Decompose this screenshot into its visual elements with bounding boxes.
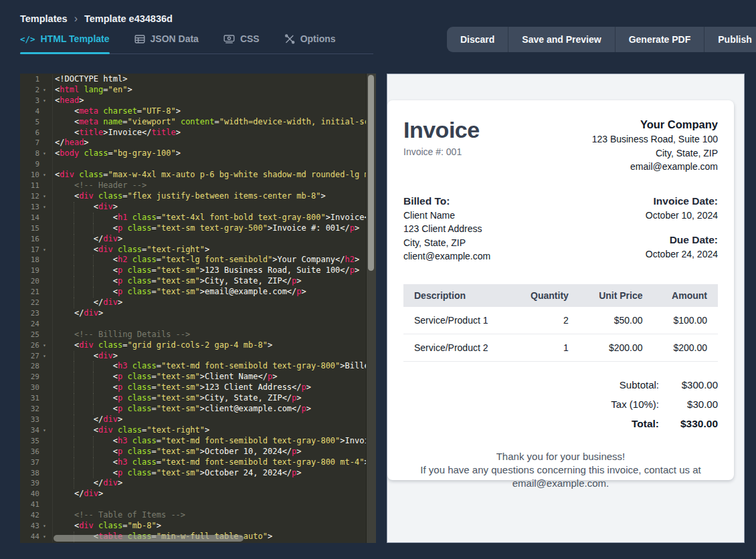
discard-button[interactable]: Discard [447, 27, 508, 52]
fold-arrow-icon[interactable]: ▾ [39, 521, 50, 532]
code-line[interactable]: 30 <p class="text-sm">123 Client Address… [20, 382, 367, 393]
code-line[interactable]: 20 <p class="text-sm">City, State, ZIP</… [20, 276, 367, 287]
due-date-value: October 24, 2024 [646, 247, 718, 261]
code-line[interactable]: 6 <title>Invoice</title> [20, 128, 367, 138]
fold-arrow-icon[interactable]: ▾ [39, 532, 50, 542]
code-line[interactable]: 2▾<html lang="en"> [20, 85, 367, 96]
code-line[interactable]: 16 </div> [20, 234, 367, 245]
code-line[interactable]: 11 <!-- Header --> [20, 181, 367, 191]
tab-options[interactable]: Options [284, 31, 336, 53]
fold-arrow-icon[interactable]: ▾ [39, 351, 50, 362]
fold-arrow-icon[interactable]: ▾ [39, 191, 50, 202]
line-number: 43 [20, 521, 39, 532]
due-date-label: Due Date: [646, 233, 718, 247]
code-line[interactable]: 4 <meta charset="UTF-8"> [20, 106, 367, 117]
code-text: <div class="flex justify-between items-c… [53, 191, 367, 202]
code-line[interactable]: 9 [20, 159, 367, 170]
fold-arrow-icon[interactable]: ▾ [39, 96, 50, 106]
code-line[interactable]: 8▾<body class="bg-gray-100"> [20, 148, 367, 159]
code-line[interactable]: 23 </div> [20, 308, 367, 319]
table-header-cell: Amount [653, 284, 718, 307]
code-line[interactable]: 22 </div> [20, 298, 367, 308]
save-and-preview-button[interactable]: Save and Preview [508, 27, 614, 52]
code-line[interactable]: 42 <!-- Table of Items --> [20, 510, 367, 521]
code-line[interactable]: 10▾<div class="max-w-4xl mx-auto p-6 bg-… [20, 170, 367, 181]
code-line[interactable]: 43▾ <div class="mb-8"> [20, 521, 367, 532]
item-unit-price: $200.00 [579, 334, 654, 361]
code-line[interactable]: 18 <h2 class="text-lg font-semibold">You… [20, 255, 367, 265]
fold-arrow-icon[interactable]: ▾ [39, 202, 50, 213]
code-line[interactable]: 29 <p class="text-sm">Client Name</p> [20, 372, 367, 382]
fold-spacer [39, 128, 50, 138]
fold-spacer [39, 382, 50, 393]
code-line[interactable]: 38 <p class="text-sm">October 24, 2024</… [20, 468, 367, 479]
code-line[interactable]: 26▾ <div class="grid grid-cols-2 gap-4 m… [20, 340, 367, 351]
code-line[interactable]: 1<!DOCTYPE html> [20, 74, 367, 85]
fold-arrow-icon[interactable]: ▾ [39, 245, 50, 255]
fold-spacer [39, 319, 50, 330]
code-line[interactable]: 35 <h3 class="text-md font-semibold text… [20, 436, 367, 447]
fold-spacer [39, 415, 50, 425]
fold-spacer [39, 276, 50, 287]
code-line[interactable]: 24 [20, 319, 367, 330]
editor-vertical-scrollbar-track[interactable] [366, 74, 376, 543]
code-line[interactable]: 15 <p class="text-sm text-gray-500">Invo… [20, 223, 367, 234]
code-line[interactable]: 14 <h1 class="text-4xl font-bold text-gr… [20, 213, 367, 223]
gutter: 42 [20, 510, 53, 521]
code-line[interactable]: 3▾<head> [20, 96, 367, 106]
client-address-line: City, State, ZIP [403, 236, 490, 250]
code-editor-panel[interactable]: 1<!DOCTYPE html>2▾<html lang="en">3▾<hea… [20, 74, 376, 543]
tab-html-template[interactable]: </>HTML Template [20, 31, 110, 53]
tab-css[interactable]: CSS [223, 31, 260, 53]
fold-arrow-icon[interactable]: ▾ [39, 425, 50, 436]
generate-pdf-button[interactable]: Generate PDF [615, 27, 704, 52]
code-line[interactable]: 40 </div> [20, 489, 367, 499]
code-line[interactable]: 25 <!-- Billing Details --> [20, 330, 367, 340]
line-number: 37 [20, 457, 39, 468]
gutter: 36 [20, 447, 53, 457]
editor-vertical-scrollbar[interactable] [368, 75, 374, 271]
invoice-date-value: October 10, 2024 [646, 209, 718, 223]
items-table: Description Quantity Unit Price Amount S… [403, 284, 718, 362]
code-line[interactable]: 31 <p class="text-sm">City, State, ZIP</… [20, 393, 367, 404]
publish-button[interactable]: Publish [704, 27, 756, 52]
code-line[interactable]: 37 <h3 class="text-md font-semibold text… [20, 457, 367, 468]
code-line[interactable]: 7</head> [20, 138, 367, 148]
preview-panel[interactable]: Invoice Invoice #: 001 Your Company 123 … [387, 74, 745, 543]
code-line[interactable]: 32 <p class="text-sm">client@example.com… [20, 404, 367, 415]
gutter: 16 [20, 234, 53, 245]
code-line[interactable]: 27▾ <div> [20, 351, 367, 362]
fold-arrow-icon[interactable]: ▾ [39, 85, 50, 96]
code-line[interactable]: 39 </div> [20, 478, 367, 489]
footer-line: Thank you for your business! [403, 450, 718, 463]
code-line[interactable]: 5 <meta name="viewport" content="width=d… [20, 117, 367, 128]
fold-arrow-icon[interactable]: ▾ [39, 148, 50, 159]
code-line[interactable]: 21 <p class="text-sm">email@example.com<… [20, 287, 367, 298]
code-line[interactable]: 13▾ <div> [20, 202, 367, 213]
tab-json-data[interactable]: JSON Data [134, 31, 199, 53]
code-line[interactable]: 36 <p class="text-sm">October 10, 2024</… [20, 447, 367, 457]
code-text: <div> [53, 202, 367, 213]
breadcrumb-templates-link[interactable]: Templates [20, 13, 68, 24]
fold-arrow-icon[interactable]: ▾ [39, 340, 50, 351]
code-line[interactable]: 28 <h3 class="text-md font-semibold text… [20, 361, 367, 372]
code-line[interactable]: 19 <p class="text-sm">123 Business Road,… [20, 265, 367, 276]
fold-spacer [39, 287, 50, 298]
editor-horizontal-scrollbar[interactable] [54, 535, 244, 542]
line-number: 1 [20, 74, 39, 85]
fold-arrow-icon[interactable]: ▾ [39, 170, 50, 181]
code-text: </div> [53, 489, 367, 499]
code-line[interactable]: 34▾ <div class="text-right"> [20, 425, 367, 436]
fold-spacer [39, 255, 50, 265]
code-line[interactable]: 41 [20, 499, 367, 510]
code-line[interactable]: 17▾ <div class="text-right"> [20, 245, 367, 255]
gutter: 35 [20, 436, 53, 447]
code-line[interactable]: 33 </div> [20, 415, 367, 425]
fold-spacer [39, 74, 50, 85]
code-text: <p class="text-sm">October 10, 2024</p> [53, 447, 367, 457]
fold-spacer [39, 234, 50, 245]
line-number: 13 [20, 202, 39, 213]
line-number: 26 [20, 340, 39, 351]
table-row: Service/Product 1 2 $50.00 $100.00 [403, 307, 718, 334]
code-line[interactable]: 12▾ <div class="flex justify-between ite… [20, 191, 367, 202]
